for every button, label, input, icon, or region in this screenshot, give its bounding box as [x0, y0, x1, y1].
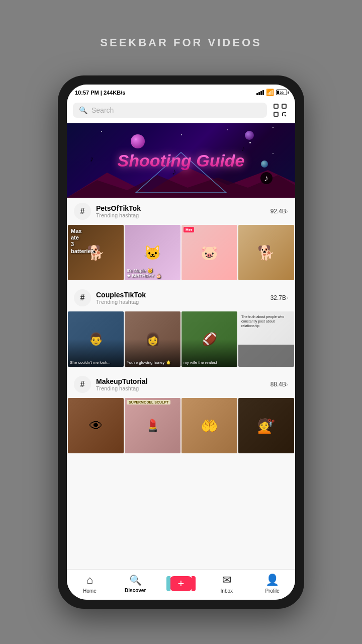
search-placeholder: Search — [92, 106, 114, 114]
time-display: 10:57 PM | 244KB/s — [75, 90, 125, 96]
signal-icon — [256, 90, 264, 95]
status-bar: 10:57 PM | 244KB/s 📶 20 — [67, 85, 295, 98]
svg-line-5 — [285, 115, 286, 116]
video-bg-3: 🐷 — [182, 225, 237, 280]
nav-discover[interactable]: 🔍 Discover — [120, 574, 150, 593]
profile-icon: 👤 — [265, 574, 279, 587]
home-icon: ⌂ — [86, 574, 93, 587]
video-thumb-m3[interactable]: 🤲 — [182, 398, 237, 453]
video-thumb-c4[interactable]: The truth about people who constantly po… — [238, 311, 294, 367]
phone-screen: 10:57 PM | 244KB/s 📶 20 🔍 Search — [67, 85, 295, 600]
video-text-c2: You're glowing honey 🌟 — [127, 360, 171, 365]
profile-label: Profile — [265, 588, 279, 594]
video-thumb-m2[interactable]: 💄 SUPERMODEL SCULPT — [125, 398, 180, 453]
hashtag-name-pets: PetsOfTikTok — [96, 204, 270, 212]
inbox-label: Inbox — [221, 588, 233, 594]
nav-bar: ⌂ Home 🔍 Discover + ✉ Inbox 👤 Profile — [67, 569, 295, 600]
hashtag-header-pets[interactable]: # PetsOfTikTok Trending hashtag 92.4B › — [67, 198, 295, 225]
wifi-icon: 📶 — [266, 89, 274, 96]
video-thumb-m1[interactable]: 👁 — [68, 398, 124, 453]
section-makeup: # MakeupTutorial Trending hashtag 88.4B … — [67, 371, 295, 454]
video-text-c1: She couldn't me look... — [70, 360, 111, 365]
video-text-1: Maxate3batteries — [71, 228, 94, 255]
phone-frame: 10:57 PM | 244KB/s 📶 20 🔍 Search — [58, 75, 304, 609]
inbox-icon: ✉ — [222, 574, 231, 587]
page-title: SEEKBAR FOR VIDEOS — [100, 36, 261, 49]
chevron-couples: › — [286, 294, 288, 301]
tiktok-logo-4: ♪ — [260, 172, 273, 184]
video-thumb-2[interactable]: 🐱 It's Maple 🐱★ BIRTHDAY 🎂 — [125, 225, 180, 280]
hashtag-count-pets: 92.4B — [270, 208, 286, 215]
section-couples: # CouplesTikTok Trending hashtag 32.7B ›… — [67, 284, 295, 368]
chevron-pets: › — [286, 208, 288, 215]
hash-icon-couples: # — [74, 289, 91, 306]
status-icons: 📶 20 — [256, 89, 287, 96]
scan-button[interactable] — [271, 101, 289, 119]
video-thumb-4[interactable]: 🐕 — [238, 225, 294, 280]
search-bar[interactable]: 🔍 Search — [67, 98, 295, 123]
home-label: Home — [83, 588, 97, 594]
nav-home[interactable]: ⌂ Home — [74, 574, 105, 594]
hashtag-info-pets: PetsOfTikTok Trending hashtag — [96, 204, 270, 218]
nav-add[interactable]: + — [166, 576, 196, 591]
hashtag-sub-makeup: Trending hashtag — [96, 385, 270, 391]
video-thumb-c3[interactable]: 🏈 my wife the realest — [182, 311, 237, 367]
hashtag-header-couples[interactable]: # CouplesTikTok Trending hashtag 32.7B › — [67, 284, 295, 311]
video-text-2: It's Maple 🐱★ BIRTHDAY 🎂 — [127, 268, 161, 278]
video-grid-pets: 🐕 Maxate3batteries 🐱 It's Maple 🐱★ BIRTH… — [67, 225, 295, 281]
search-icon: 🔍 — [79, 106, 87, 114]
video-grid-couples: 👨 She couldn't me look... 👩 You're glowi… — [67, 311, 295, 368]
hashtag-count-couples: 32.7B — [270, 294, 286, 301]
add-button[interactable]: + — [170, 576, 192, 591]
svg-rect-0 — [274, 104, 278, 108]
video-bg-4: 🐕 — [238, 225, 294, 280]
hashtag-sub-couples: Trending hashtag — [96, 299, 270, 305]
hashtag-count-makeup: 88.4B — [270, 381, 286, 388]
section-pets: # PetsOfTikTok Trending hashtag 92.4B › … — [67, 198, 295, 281]
search-input-wrap[interactable]: 🔍 Search — [73, 103, 267, 118]
hash-icon-makeup: # — [74, 376, 91, 393]
battery-icon: 20 — [276, 90, 287, 95]
video-text-c3: my wife the realest — [184, 360, 217, 365]
nav-profile[interactable]: 👤 Profile — [257, 574, 288, 594]
video-thumb-1[interactable]: 🐕 Maxate3batteries — [68, 225, 124, 280]
hashtag-sub-pets: Trending hashtag — [96, 212, 270, 218]
video-thumb-c1[interactable]: 👨 She couldn't me look... — [68, 311, 124, 367]
tiktok-logo-1: ♪ — [89, 154, 94, 164]
hashtag-info-makeup: MakeupTutorial Trending hashtag — [96, 377, 270, 391]
chevron-makeup: › — [286, 381, 288, 388]
discover-label: Discover — [125, 588, 146, 593]
hashtag-header-makeup[interactable]: # MakeupTutorial Trending hashtag 88.4B … — [67, 371, 295, 398]
video-badge-3: Her — [184, 227, 194, 232]
video-grid-makeup: 👁 💄 SUPERMODEL SCULPT 🤲 💇 — [67, 398, 295, 454]
banner[interactable]: ♪ ♪ ♪ ♪ Shooting Guide — [67, 123, 295, 198]
hashtag-info-couples: CouplesTikTok Trending hashtag — [96, 291, 270, 305]
hashtag-name-couples: CouplesTikTok — [96, 291, 270, 299]
hashtag-name-makeup: MakeupTutorial — [96, 377, 270, 385]
plus-icon: + — [178, 577, 185, 590]
video-badge-m2: SUPERMODEL SCULPT — [127, 400, 170, 405]
svg-rect-2 — [274, 112, 278, 116]
banner-sphere-2 — [245, 131, 254, 140]
banner-title: Shooting Guide — [117, 151, 244, 171]
svg-rect-1 — [282, 104, 286, 108]
hash-icon-pets: # — [74, 203, 91, 220]
content-area[interactable]: # PetsOfTikTok Trending hashtag 92.4B › … — [67, 198, 295, 569]
page-header: SEEKBAR FOR VIDEOS — [100, 18, 261, 63]
discover-icon: 🔍 — [129, 574, 142, 586]
video-thumb-c2[interactable]: 👩 You're glowing honey 🌟 — [125, 311, 180, 367]
video-thumb-m4[interactable]: 💇 — [238, 398, 294, 453]
video-thumb-3[interactable]: 🐷 Her — [182, 225, 237, 280]
nav-inbox[interactable]: ✉ Inbox — [212, 574, 242, 594]
